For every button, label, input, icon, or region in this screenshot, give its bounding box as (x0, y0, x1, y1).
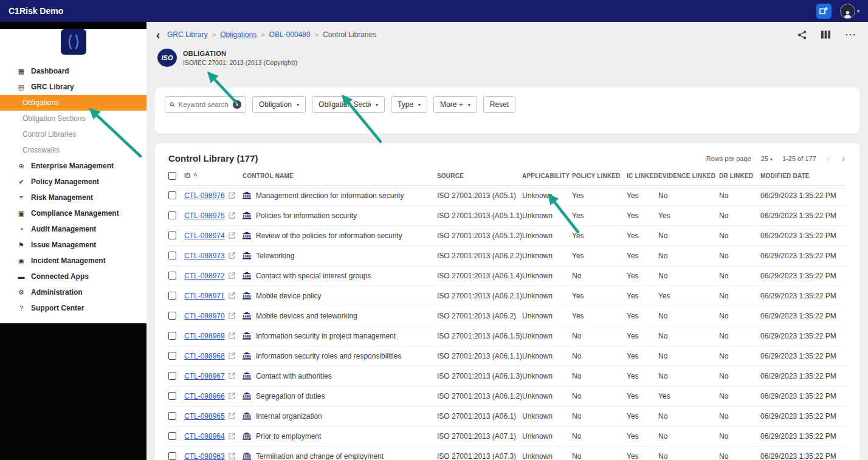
col-source[interactable]: SOURCE (437, 166, 522, 186)
user-menu[interactable]: ▾ (840, 4, 859, 19)
row-checkbox[interactable] (168, 412, 176, 420)
record-type-label: OBLIGATION (183, 50, 297, 57)
sidebar-item-incident-management[interactable]: ◉ Incident Management (0, 253, 146, 269)
back-chevron-icon[interactable]: ‹ (151, 29, 165, 41)
filter-type[interactable]: Type ▾ (391, 96, 427, 113)
row-checkbox[interactable] (168, 252, 176, 259)
row-checkbox[interactable] (168, 211, 176, 219)
library-icon: ▤ (17, 83, 26, 91)
sidebar-item-control-libraries[interactable]: Control Libraries (0, 126, 146, 142)
filter-obligation-sections[interactable]: Obligation Sections ▾ (312, 96, 385, 113)
clear-search-icon[interactable]: ✕ (233, 100, 241, 109)
col-id[interactable]: ID^ (184, 166, 243, 186)
sidebar-item-administration[interactable]: ⚙ Administration (0, 284, 146, 300)
control-id-link[interactable]: CTL-098975 (184, 211, 225, 220)
search-input[interactable] (179, 101, 230, 108)
next-page-button[interactable]: › (841, 154, 846, 163)
col-applicability[interactable]: APPLICABILITY (522, 166, 572, 186)
row-checkbox[interactable] (168, 432, 176, 440)
external-link-icon[interactable] (229, 413, 235, 419)
sidebar-item-crosswalks[interactable]: Crosswalks (0, 142, 146, 158)
external-link-icon[interactable] (229, 372, 235, 379)
quick-add-button[interactable] (816, 4, 832, 19)
rows-per-page-select[interactable]: 25▾ (761, 155, 773, 162)
external-link-icon[interactable] (229, 232, 235, 239)
control-id-link[interactable]: CTL-098968 (184, 352, 225, 360)
external-link-icon[interactable] (229, 252, 235, 259)
external-link-icon[interactable] (229, 292, 235, 299)
row-checkbox[interactable] (168, 312, 176, 320)
external-link-icon[interactable] (229, 352, 235, 359)
filter-obligation[interactable]: Obligation ▾ (252, 96, 306, 113)
col-modified-date[interactable]: MODIFIED DATE (760, 166, 846, 186)
row-checkbox[interactable] (168, 392, 176, 400)
breadcrumb-obl-000480[interactable]: OBL-000480 (269, 30, 311, 39)
more-actions-icon[interactable]: ⋯ (845, 32, 856, 38)
sidebar-item-issue-management[interactable]: ⚑ Issue Management (0, 237, 146, 253)
row-checkbox[interactable] (168, 372, 176, 380)
row-checkbox[interactable] (168, 272, 176, 280)
control-id-link[interactable]: CTL-098970 (184, 312, 225, 320)
row-checkbox[interactable] (168, 191, 176, 199)
filter-more[interactable]: More + ▾ (433, 96, 477, 113)
row-checkbox[interactable] (168, 452, 176, 460)
external-link-icon[interactable] (229, 433, 235, 439)
control-id-link[interactable]: CTL-098973 (184, 252, 225, 260)
share-icon[interactable] (797, 30, 807, 39)
external-link-icon[interactable] (229, 312, 235, 319)
row-checkbox[interactable] (168, 332, 176, 340)
sidebar-item-policy-management[interactable]: ✔ Policy Management (0, 174, 146, 190)
reset-button[interactable]: Reset (483, 96, 515, 113)
source-cell: ISO 27001:2013 (A06.1.4) (437, 266, 522, 286)
external-link-icon[interactable] (229, 393, 235, 399)
select-all-checkbox[interactable] (168, 172, 176, 180)
control-id-link[interactable]: CTL-098967 (184, 372, 225, 380)
external-link-icon[interactable] (229, 272, 235, 279)
control-id-link[interactable]: CTL-098971 (184, 292, 225, 300)
control-id-link[interactable]: CTL-098963 (184, 452, 225, 460)
breadcrumb-obligations[interactable]: Obligations (220, 30, 257, 39)
control-id-link[interactable]: CTL-098965 (184, 412, 225, 421)
control-id-link[interactable]: CTL-098969 (184, 332, 225, 340)
sidebar-item-enterprise-management[interactable]: ⊕ Enterprise Management (0, 158, 146, 174)
sidebar-item-grc-library[interactable]: ▤ GRC Library (0, 79, 146, 95)
external-link-icon[interactable] (229, 332, 235, 339)
chevron-down-icon: ▾ (418, 102, 421, 108)
external-link-icon[interactable] (229, 453, 235, 459)
modified-date-cell: 06/29/2023 1:35:22 PM (760, 226, 846, 246)
external-link-icon[interactable] (229, 212, 235, 219)
external-link-icon[interactable] (229, 192, 235, 199)
sidebar-item-compliance-management[interactable]: ▣ Compliance Management (0, 205, 146, 221)
control-id-link[interactable]: CTL-098966 (184, 392, 225, 400)
institution-icon (243, 312, 251, 320)
row-checkbox[interactable] (168, 352, 176, 360)
c1risk-logo[interactable] (61, 29, 86, 55)
breadcrumb-control-libraries[interactable]: Control Libraries (323, 30, 376, 39)
col-dr-linked[interactable]: DR LINKED (719, 166, 760, 186)
col-policy-linked[interactable]: POLICY LINKED (572, 166, 627, 186)
columns-icon[interactable] (821, 30, 830, 39)
col-evidence-linked[interactable]: EVIDENCE LINKED (658, 166, 719, 186)
sidebar-item-support-center[interactable]: ? Support Center (0, 300, 146, 316)
sidebar-item-risk-management[interactable]: ≡ Risk Management (0, 190, 146, 205)
sidebar-item-audit-management[interactable]: ◔ Audit Management (0, 221, 146, 237)
control-id-link[interactable]: CTL-098972 (184, 272, 225, 280)
ic-linked-cell: Yes (627, 226, 658, 246)
control-id-link[interactable]: CTL-098964 (184, 432, 225, 441)
col-control-name[interactable]: CONTROL NAME (243, 166, 437, 186)
sidebar-item-obligations[interactable]: Obligations (0, 95, 146, 111)
gear-icon: ⚙ (17, 289, 26, 297)
sidebar-item-dashboard[interactable]: ▦ Dashboard (0, 63, 146, 79)
dr-linked-cell: No (719, 447, 760, 460)
control-id-link[interactable]: CTL-098976 (184, 191, 225, 200)
row-checkbox[interactable] (168, 232, 176, 239)
record-title: ISO/IEC 27001: 2013 (2013 (Copyright)) (183, 59, 297, 66)
sidebar-item-connected-apps[interactable]: ▬ Connected Apps (0, 269, 146, 284)
col-ic-linked[interactable]: IC LINKED (627, 166, 658, 186)
prev-page-button[interactable]: ‹ (826, 154, 832, 163)
row-checkbox[interactable] (168, 292, 176, 300)
breadcrumb-grc-library[interactable]: GRC Library (167, 30, 208, 39)
search-box: ✕ (165, 96, 246, 113)
control-id-link[interactable]: CTL-098974 (184, 232, 225, 240)
sidebar-item-obligation-sections[interactable]: Obligation Sections (0, 111, 146, 126)
